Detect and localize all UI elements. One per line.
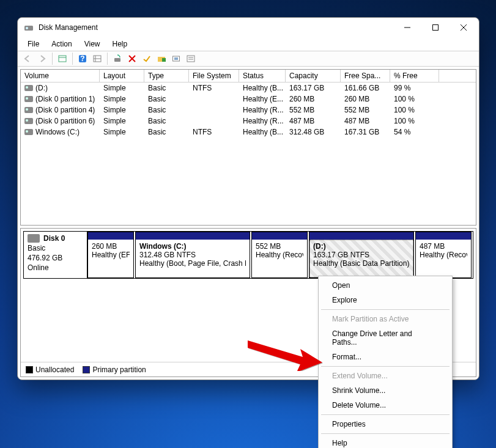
context-menu-item[interactable]: Explore (320, 293, 451, 307)
partition-block[interactable]: 260 MBHealthy (EFI (87, 232, 134, 278)
show-hide-button[interactable] (55, 52, 70, 65)
forward-button[interactable] (35, 52, 50, 65)
cell: (Disk 0 partition 6) (21, 116, 100, 127)
context-menu-item[interactable]: Properties (320, 417, 451, 431)
svg-rect-19 (174, 57, 178, 60)
volume-list-header[interactable]: Volume Layout Type File System Status Ca… (21, 70, 476, 83)
partition-block[interactable]: (D:)163.17 GB NTFSHealthy (Basic Data Pa… (309, 232, 414, 278)
cell: (Disk 0 partition 4) (21, 105, 100, 116)
col-status[interactable]: Status (239, 70, 286, 82)
col-capacity[interactable]: Capacity (286, 70, 341, 82)
cell: 100 % (390, 105, 439, 116)
cell: Simple (100, 105, 144, 116)
disk-state: Online (28, 263, 83, 272)
partition-block[interactable]: Windows (C:)312.48 GB NTFSHealthy (Boot,… (135, 232, 250, 278)
mount-button[interactable] (169, 52, 183, 65)
table-row[interactable]: Windows (C:)SimpleBasicNTFSHealthy (B...… (21, 127, 476, 138)
cell: 260 MB (286, 94, 341, 105)
menu-view[interactable]: View (78, 39, 106, 50)
drive-icon (24, 85, 33, 91)
svg-rect-3 (433, 25, 439, 31)
delete-button[interactable] (125, 52, 139, 65)
context-menu[interactable]: OpenExploreMark Partition as ActiveChang… (318, 276, 453, 448)
col-type[interactable]: Type (144, 70, 189, 82)
help-button[interactable]: ? (75, 52, 90, 65)
partition-size: 163.17 GB NTFS (313, 251, 410, 259)
drive-icon (24, 107, 33, 113)
cell: 552 MB (286, 105, 341, 116)
cell: Healthy (B... (239, 127, 286, 138)
cell: 552 MB (341, 105, 390, 116)
cell: 100 % (390, 116, 439, 127)
cell: Healthy (B... (239, 83, 286, 94)
col-filesystem[interactable]: File System (189, 70, 239, 82)
cell: Basic (144, 94, 189, 105)
svg-rect-6 (59, 56, 66, 62)
col-pctfree[interactable]: % Free (390, 70, 439, 82)
disk-info[interactable]: Disk 0 Basic 476.92 GB Online (24, 232, 87, 278)
svg-rect-20 (187, 56, 194, 62)
cell: 260 MB (341, 94, 390, 105)
new-folder-button[interactable] (154, 52, 169, 65)
table-row[interactable]: (Disk 0 partition 6)SimpleBasicHealthy (… (21, 116, 476, 127)
menu-action[interactable]: Action (45, 39, 78, 50)
partition-block[interactable]: 552 MBHealthy (Recov (251, 232, 308, 278)
table-row[interactable]: (Disk 0 partition 1)SimpleBasicHealthy (… (21, 94, 476, 105)
cell: (D:) (21, 83, 100, 94)
context-menu-item[interactable]: Help (320, 436, 451, 448)
cell: Basic (144, 105, 189, 116)
cell: Windows (C:) (21, 127, 100, 138)
cell: Healthy (E... (239, 94, 286, 105)
context-menu-item[interactable]: Format... (320, 350, 451, 364)
context-menu-separator (321, 433, 450, 434)
cell: 487 MB (286, 116, 341, 127)
titlebar[interactable]: Disk Management (18, 18, 479, 37)
menu-help[interactable]: Help (106, 39, 134, 50)
volume-list[interactable]: Volume Layout Type File System Status Ca… (20, 69, 476, 226)
col-free[interactable]: Free Spa... (341, 70, 390, 82)
table-row[interactable]: (D:)SimpleBasicNTFSHealthy (B...163.17 G… (21, 83, 476, 94)
cell: 100 % (390, 94, 439, 105)
cell (189, 105, 239, 116)
partition-block[interactable]: 487 MBHealthy (Recov (415, 232, 472, 278)
context-menu-item[interactable]: Open (320, 278, 451, 293)
maximize-button[interactable] (421, 18, 450, 37)
toolbar: ? (18, 51, 479, 67)
cell: NTFS (189, 83, 239, 94)
settings-button[interactable] (90, 52, 105, 65)
cell: 312.48 GB (286, 127, 341, 138)
refresh-button[interactable] (110, 52, 125, 65)
context-menu-item: Extend Volume... (320, 369, 451, 383)
close-button[interactable] (450, 18, 478, 37)
context-menu-separator (321, 309, 450, 310)
menu-file[interactable]: File (21, 39, 45, 50)
context-menu-item[interactable]: Change Drive Letter and Paths... (320, 326, 451, 350)
disk-row: Disk 0 Basic 476.92 GB Online 260 MBHeal… (23, 231, 473, 279)
context-menu-item[interactable]: Delete Volume... (320, 398, 451, 413)
partition-title: Windows (C:) (139, 242, 246, 251)
properties-button[interactable] (183, 52, 198, 65)
drive-icon (24, 129, 33, 135)
back-button[interactable] (20, 52, 35, 65)
cell: Healthy (R... (239, 116, 286, 127)
context-menu-separator (321, 366, 450, 367)
disk-name: Disk 0 (43, 234, 65, 243)
check-button[interactable] (139, 52, 154, 65)
context-menu-item: Mark Partition as Active (320, 312, 451, 326)
minimize-button[interactable] (393, 18, 421, 37)
svg-point-1 (26, 27, 28, 29)
col-layout[interactable]: Layout (100, 70, 144, 82)
partition-status: Healthy (Recov (420, 251, 467, 259)
app-icon (24, 23, 34, 32)
cell: Simple (100, 94, 144, 105)
legend-primary: Primary partition (83, 365, 146, 374)
context-menu-item[interactable]: Shrink Volume... (320, 383, 451, 398)
context-menu-separator (321, 414, 450, 415)
partition-size: 260 MB (92, 242, 130, 251)
cell (189, 116, 239, 127)
partition-status: Healthy (Boot, Page File, Crash D (139, 259, 246, 268)
table-row[interactable]: (Disk 0 partition 4)SimpleBasicHealthy (… (21, 105, 476, 116)
disk-size: 476.92 GB (28, 254, 83, 262)
col-volume[interactable]: Volume (21, 70, 100, 82)
cell: Basic (144, 83, 189, 94)
